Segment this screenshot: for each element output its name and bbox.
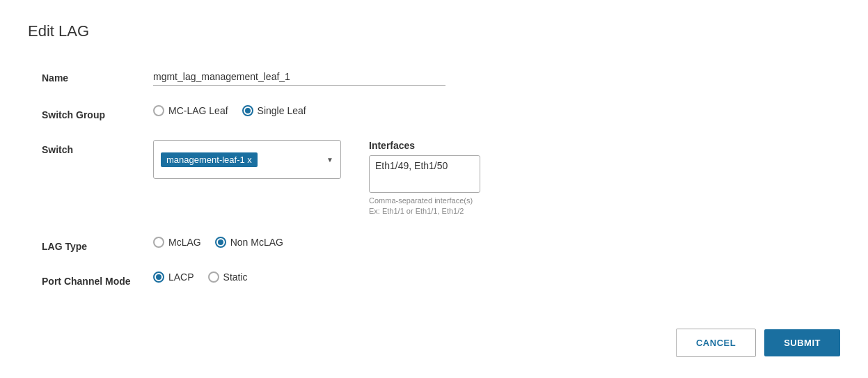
single-leaf-label: Single Leaf [258, 105, 306, 116]
switch-group-radio-group: MC-LAG Leaf Single Leaf [153, 105, 306, 116]
name-label: Name [42, 68, 153, 84]
interfaces-area: Interfaces Eth1/49, Eth1/50 Comma-separa… [369, 140, 480, 217]
switch-dropdown-container: management-leaf-1 x ▼ [153, 140, 341, 179]
lag-type-row: LAG Type McLAG Non McLAG [42, 237, 840, 252]
port-channel-label: Port Channel Mode [42, 271, 153, 287]
lag-type-radio-group: McLAG Non McLAG [153, 237, 283, 248]
static-option[interactable]: Static [208, 271, 248, 283]
switch-controls: management-leaf-1 x ▼ Interfaces Eth1/49… [153, 140, 840, 217]
interfaces-hint-line1: Comma-separated interface(s) [369, 196, 473, 205]
lag-type-controls: McLAG Non McLAG [153, 237, 840, 248]
interfaces-input[interactable]: Eth1/49, Eth1/50 [369, 155, 480, 193]
port-channel-controls: LACP Static [153, 271, 840, 283]
nonmclag-type-radio[interactable] [215, 237, 226, 248]
switch-group-label: Switch Group [42, 105, 153, 120]
switch-area: management-leaf-1 x ▼ Interfaces Eth1/49… [153, 140, 840, 217]
lag-type-label: LAG Type [42, 237, 153, 252]
nonmclag-type-label: Non McLAG [230, 237, 283, 248]
name-row: Name [42, 68, 840, 86]
single-leaf-option[interactable]: Single Leaf [242, 105, 306, 116]
name-input[interactable] [153, 68, 445, 86]
mclag-type-label: McLAG [168, 237, 201, 248]
mclag-type-option[interactable]: McLAG [153, 237, 201, 248]
lacp-label: LACP [168, 271, 194, 283]
lacp-radio[interactable] [153, 271, 164, 283]
nonmclag-type-option[interactable]: Non McLAG [215, 237, 283, 248]
button-row: CANCEL SUBMIT [676, 329, 840, 357]
mclag-leaf-label: MC-LAG Leaf [168, 105, 228, 116]
interfaces-hint: Comma-separated interface(s) Ex: Eth1/1 … [369, 196, 480, 217]
interfaces-label: Interfaces [369, 140, 480, 151]
form-section: Name Switch Group MC-LAG Leaf Single Lea… [42, 68, 840, 287]
name-controls [153, 68, 840, 86]
switch-dropdown[interactable]: management-leaf-1 x ▼ [153, 140, 341, 179]
lacp-option[interactable]: LACP [153, 271, 194, 283]
switch-tags: management-leaf-1 x [161, 152, 321, 167]
mclag-type-radio[interactable] [153, 237, 164, 248]
dropdown-arrow-icon: ▼ [326, 156, 333, 164]
switch-group-row: Switch Group MC-LAG Leaf Single Leaf [42, 105, 840, 120]
static-radio[interactable] [208, 271, 219, 283]
cancel-button[interactable]: CANCEL [676, 329, 756, 357]
page-title: Edit LAG [28, 22, 840, 40]
mclag-leaf-option[interactable]: MC-LAG Leaf [153, 105, 228, 116]
port-channel-radio-group: LACP Static [153, 271, 248, 283]
static-label: Static [223, 271, 248, 283]
interfaces-hint-line2: Ex: Eth1/1 or Eth1/1, Eth1/2 [369, 207, 464, 215]
submit-button[interactable]: SUBMIT [764, 329, 840, 356]
switch-row: Switch management-leaf-1 x ▼ [42, 140, 840, 217]
switch-group-controls: MC-LAG Leaf Single Leaf [153, 105, 840, 116]
single-leaf-radio[interactable] [242, 105, 253, 116]
mclag-leaf-radio[interactable] [153, 105, 164, 116]
switch-tag: management-leaf-1 x [161, 152, 258, 167]
switch-tag-text: management-leaf-1 x [166, 155, 252, 165]
port-channel-row: Port Channel Mode LACP Static [42, 271, 840, 287]
edit-lag-page: Edit LAG Name Switch Group MC-LAG Leaf [0, 0, 868, 309]
switch-label: Switch [42, 140, 153, 155]
